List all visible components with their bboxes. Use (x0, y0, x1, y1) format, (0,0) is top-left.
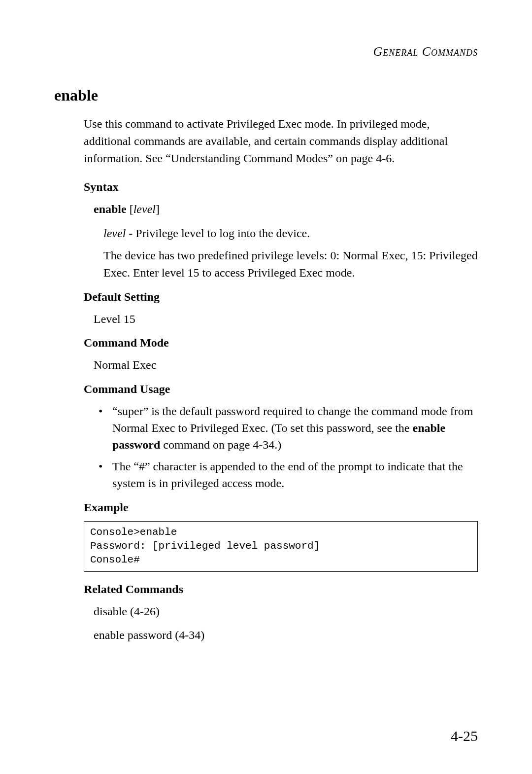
related-item-1: disable (4-26) (94, 603, 478, 620)
intro-paragraph: Use this command to activate Privileged … (84, 115, 478, 167)
default-setting-heading: Default Setting (84, 290, 478, 304)
syntax-param-desc: level - Privilege level to log into the … (103, 225, 478, 242)
command-usage-heading: Command Usage (84, 383, 478, 396)
param-sep: - (126, 227, 135, 240)
page-number: 4-25 (451, 728, 478, 744)
syntax-bracket-open: [ (127, 203, 133, 215)
syntax-bracket-close: ] (156, 203, 160, 215)
bullet-2-pre: The “#” character is appended to the end… (112, 460, 463, 490)
command-mode-heading: Command Mode (84, 336, 478, 350)
syntax-param: level (133, 203, 156, 215)
usage-bullet-list: “super” is the default password required… (99, 403, 478, 492)
command-name-heading: enable (54, 86, 478, 105)
usage-bullet-1: “super” is the default password required… (99, 403, 478, 453)
bullet-1-post: command on page 4-34.) (160, 438, 281, 451)
param-desc-text: Privilege level to log into the device. (135, 227, 310, 240)
syntax-heading: Syntax (84, 180, 478, 194)
syntax-param-detail: The device has two predefined privilege … (103, 247, 478, 281)
page-header-title: General Commands (54, 44, 478, 59)
syntax-command: enable (94, 203, 127, 215)
related-item-2: enable password (4-34) (94, 627, 478, 644)
usage-bullet-2: The “#” character is appended to the end… (99, 458, 478, 492)
related-commands-heading: Related Commands (84, 583, 478, 596)
param-name: level (103, 227, 126, 240)
command-mode-value: Normal Exec (94, 356, 478, 374)
example-heading: Example (84, 501, 478, 514)
example-code-block: Console>enable Password: [privileged lev… (84, 521, 478, 572)
syntax-line: enable [level] (94, 201, 478, 218)
default-setting-value: Level 15 (94, 311, 478, 328)
